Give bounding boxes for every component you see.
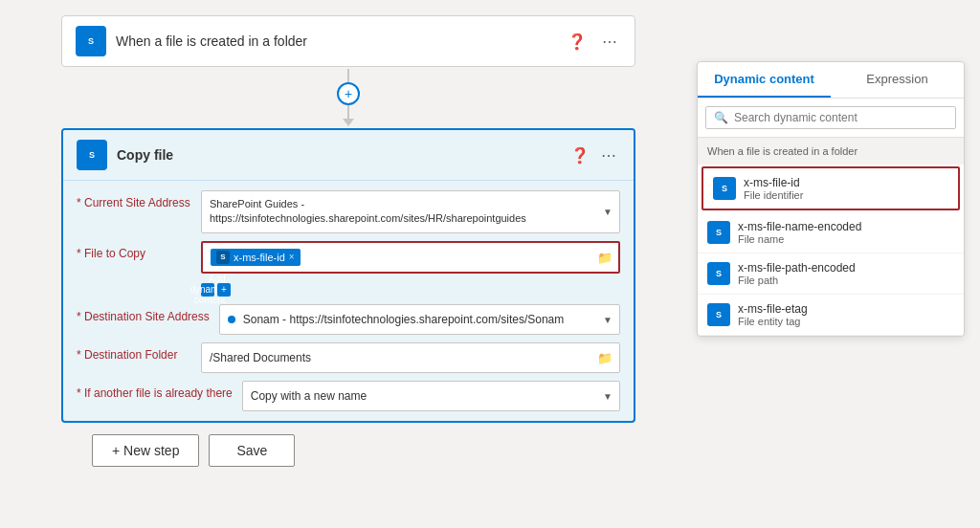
file-to-copy-field-row: * File to Copy S x-ms-file-id × 📁 xyxy=(77,241,620,274)
if-another-file-field-row: * If another file is already there Copy … xyxy=(77,381,620,411)
tab-dynamic-content[interactable]: Dynamic content xyxy=(698,62,831,98)
dest-site-input[interactable]: Sonam - https://tsinfotechnologies.share… xyxy=(219,304,620,335)
action-card-body: * Current Site Address SharePoint Guides… xyxy=(63,181,634,421)
tab-expression[interactable]: Expression xyxy=(831,62,964,98)
action-card-title: Copy file xyxy=(117,147,557,163)
dest-site-field-row: * Destination Site Address Sonam - https… xyxy=(77,304,620,335)
token-close-button[interactable]: × xyxy=(289,252,295,262)
if-another-file-label: * If another file is already there xyxy=(77,381,233,400)
bottom-actions: + New step Save xyxy=(15,434,295,467)
if-another-file-value: Copy with a new name xyxy=(251,389,367,403)
left-panel: S When a file is created in a folder ❓ ⋯… xyxy=(15,15,681,467)
dynamic-item-3[interactable]: S x-ms-file-etag File entity tag xyxy=(698,295,964,336)
if-another-file-input-wrap: Copy with a new name ▼ xyxy=(242,381,620,411)
flow-container: S When a file is created in a folder ❓ ⋯… xyxy=(15,15,965,467)
dest-folder-value: /Shared Documents xyxy=(210,351,311,364)
dest-site-input-wrap: Sonam - https://tsinfotechnologies.share… xyxy=(219,304,620,335)
add-dynamic-content-link[interactable]: Add dynamic content + xyxy=(201,283,231,297)
dynamic-item-text-3: x-ms-file-etag File entity tag xyxy=(738,302,808,327)
dynamic-panel-tabs: Dynamic content Expression xyxy=(698,62,964,99)
file-to-copy-input-wrap: S x-ms-file-id × 📁 xyxy=(201,241,620,274)
save-button[interactable]: Save xyxy=(209,434,295,467)
add-dynamic-icon: + xyxy=(217,283,231,297)
dynamic-item-1[interactable]: S x-ms-file-name-encoded File name xyxy=(698,212,964,253)
dest-folder-input-wrap: /Shared Documents 📁 xyxy=(201,342,620,373)
file-id-token: S x-ms-file-id × xyxy=(211,249,301,266)
trigger-icon: S xyxy=(76,26,106,56)
dynamic-item-desc-3: File entity tag xyxy=(738,316,808,327)
dynamic-item-icon-1: S xyxy=(707,221,730,244)
dynamic-item-text-1: x-ms-file-name-encoded File name xyxy=(738,220,861,245)
connector-line-top xyxy=(347,69,349,82)
dest-site-value: Sonam - https://tsinfotechnologies.share… xyxy=(243,313,565,326)
action-card-header: S Copy file ❓ ⋯ xyxy=(63,130,634,181)
trigger-help-button[interactable]: ❓ xyxy=(564,31,590,53)
action-help-button[interactable]: ❓ xyxy=(567,144,593,166)
dynamic-item-name-0: x-ms-file-id xyxy=(744,176,803,189)
dynamic-item-name-2: x-ms-file-path-encoded xyxy=(738,261,856,275)
action-icon: S xyxy=(77,140,107,170)
dest-folder-icon[interactable]: 📁 xyxy=(597,350,612,364)
dynamic-section-header: When a file is created in a folder xyxy=(698,138,964,165)
dynamic-item-desc-0: File identifier xyxy=(744,189,803,201)
connector-line-bottom xyxy=(347,105,349,119)
dynamic-item-name-3: x-ms-file-etag xyxy=(738,302,808,316)
add-step-button[interactable]: + xyxy=(337,82,360,105)
current-site-label: * Current Site Address xyxy=(77,190,191,209)
search-icon: 🔍 xyxy=(714,111,728,124)
token-icon: S xyxy=(216,251,230,264)
dynamic-item-icon-2: S xyxy=(707,262,730,285)
action-card: S Copy file ❓ ⋯ * Current Site Address xyxy=(61,128,635,423)
action-card-actions: ❓ ⋯ xyxy=(567,144,620,166)
dynamic-item-text-2: x-ms-file-path-encoded File path xyxy=(738,261,856,286)
dest-folder-input[interactable]: /Shared Documents xyxy=(201,342,620,373)
dynamic-item-desc-2: File path xyxy=(738,275,856,286)
trigger-more-button[interactable]: ⋯ xyxy=(598,31,621,53)
connector-arrow xyxy=(343,119,354,126)
trigger-card: S When a file is created in a folder ❓ ⋯ xyxy=(61,15,635,67)
trigger-title: When a file is created in a folder xyxy=(116,33,554,49)
dest-site-label: * Destination Site Address xyxy=(77,304,210,323)
token-label: x-ms-file-id xyxy=(234,252,285,263)
current-site-value: SharePoint Guides - https://tsinfotechno… xyxy=(210,197,526,227)
file-to-copy-input[interactable]: S x-ms-file-id × xyxy=(201,241,620,274)
dynamic-item-icon-0: S xyxy=(713,177,736,200)
new-step-button[interactable]: + New step xyxy=(92,434,199,467)
dynamic-item-0[interactable]: S x-ms-file-id File identifier xyxy=(702,166,960,210)
trigger-actions: ❓ ⋯ xyxy=(564,31,621,53)
add-dynamic-content-row: Add dynamic content + xyxy=(77,281,620,297)
dynamic-item-desc-1: File name xyxy=(738,233,861,245)
dynamic-item-text-0: x-ms-file-id File identifier xyxy=(744,176,803,201)
dynamic-item-icon-3: S xyxy=(707,303,730,326)
dynamic-content-panel: Dynamic content Expression 🔍 When a file… xyxy=(697,61,965,337)
current-site-field-row: * Current Site Address SharePoint Guides… xyxy=(77,190,620,233)
dynamic-search-area: 🔍 xyxy=(698,99,964,138)
if-another-file-input[interactable]: Copy with a new name xyxy=(242,381,620,411)
action-more-button[interactable]: ⋯ xyxy=(597,144,620,166)
current-site-input-wrap: SharePoint Guides - https://tsinfotechno… xyxy=(201,190,620,233)
dest-folder-label: * Destination Folder xyxy=(77,342,191,362)
current-site-input[interactable]: SharePoint Guides - https://tsinfotechno… xyxy=(201,190,620,233)
dynamic-item-name-1: x-ms-file-name-encoded xyxy=(738,220,861,233)
dest-folder-field-row: * Destination Folder /Shared Documents 📁 xyxy=(77,342,620,373)
connector: + xyxy=(337,69,360,126)
dynamic-item-2[interactable]: S x-ms-file-path-encoded File path xyxy=(698,253,964,295)
file-to-copy-folder-icon[interactable]: 📁 xyxy=(597,250,612,264)
search-input[interactable] xyxy=(734,111,947,124)
file-to-copy-label: * File to Copy xyxy=(77,241,191,260)
dest-site-dot xyxy=(228,316,235,323)
search-box: 🔍 xyxy=(705,106,956,129)
